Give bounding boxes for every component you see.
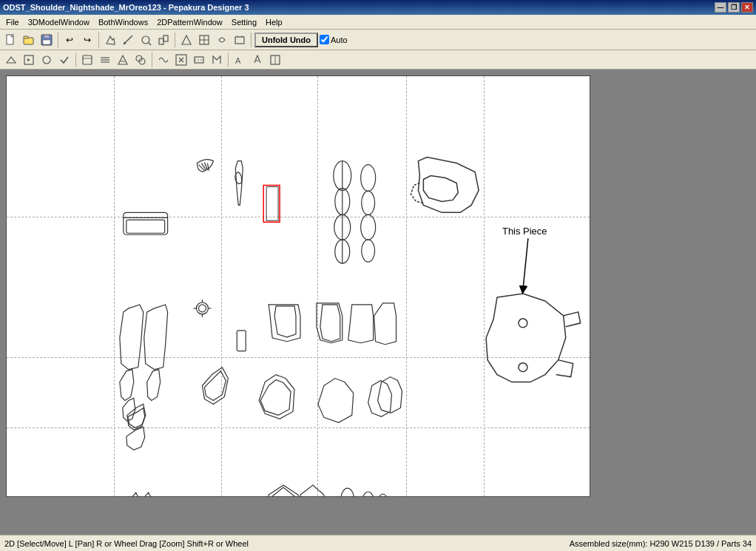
t2-btn4[interactable] [56,52,72,68]
separator4 [251,33,252,47]
menu-file[interactable]: File [1,16,24,28]
new-button[interactable] [3,32,19,48]
svg-line-10 [149,43,151,45]
auto-checkbox[interactable] [320,35,329,44]
pattern-svg: This Piece [7,76,590,496]
t2-btn1[interactable] [3,52,19,68]
svg-point-51 [361,165,376,192]
tool6[interactable] [196,32,212,48]
piece-6 [237,331,246,351]
t2-btn9[interactable] [155,52,172,68]
menu-bothwindows[interactable]: BothWindows [94,16,152,28]
svg-point-65 [341,488,354,496]
auto-label: Auto [331,36,348,44]
save-button[interactable] [38,32,55,48]
separator-t2-3 [228,53,229,67]
t2-btn2[interactable] [21,52,37,68]
svg-text:A: A [235,56,241,65]
separator1 [58,33,58,47]
status-left: 2D [Select/Move] L [Pan] R or Wheel Drag… [4,539,249,548]
piece-9 [259,375,402,423]
t2-btn11[interactable] [191,52,207,68]
t2-btn6[interactable] [97,52,113,68]
undo-button[interactable]: ↩ [61,32,78,48]
redo-button[interactable]: ↪ [79,32,95,48]
close-button[interactable]: ✕ [741,2,753,13]
svg-rect-45 [263,185,280,222]
toolbar2: A [0,50,756,70]
title-bar: ODST_Shoulder_Nightshade_MrOreo123 - Pep… [0,0,756,15]
tool8[interactable] [232,32,248,48]
status-right: Assembled size(mm): H290 W215 D139 / Par… [570,539,752,548]
status-bar: 2D [Select/Move] L [Pan] R or Wheel Drag… [0,535,756,551]
svg-rect-6 [43,40,50,44]
svg-rect-11 [159,38,163,44]
t2-btn14[interactable] [249,52,266,68]
svg-point-58 [196,302,208,314]
minimize-button[interactable]: — [715,2,726,13]
svg-rect-17 [235,37,244,44]
pattern-sheet: This Piece [6,75,590,497]
piece-main [486,294,581,382]
svg-point-22 [43,56,50,64]
t2-btn15[interactable] [267,52,283,68]
piece-7 [269,303,396,345]
separator-t2-1 [75,53,76,67]
svg-marker-13 [182,36,191,44]
piece-8 [126,368,229,450]
svg-point-55 [519,319,527,328]
menu-bar: File 3DModelWindow BothWindows 2DPattern… [0,15,756,30]
main-area: This Piece [0,70,756,535]
title-bar-controls[interactable]: — ❐ ✕ [715,2,753,13]
tool1[interactable] [102,32,118,48]
unfold-undo-button[interactable]: Unfold Undo [254,33,318,47]
t2-btn8[interactable] [132,52,149,68]
svg-rect-3 [24,36,28,38]
piece-5 [120,300,212,421]
t2-btn12[interactable] [209,52,225,68]
svg-rect-23 [83,55,92,64]
svg-point-56 [519,363,527,372]
separator-t2-2 [152,53,152,67]
tool4[interactable] [155,32,172,48]
auto-checkbox-group[interactable]: Auto [320,35,348,44]
menu-setting[interactable]: Setting [227,16,261,28]
t2-btn13[interactable]: A [232,52,248,68]
svg-rect-64 [237,331,246,351]
title-text: ODST_Shoulder_Nightshade_MrOreo123 - Pep… [3,3,249,12]
piece-4 [411,158,479,213]
open-button[interactable] [21,32,37,48]
piece-2 [235,161,280,223]
tool5[interactable] [178,32,195,48]
t2-btn10[interactable] [173,52,189,68]
svg-marker-28 [118,55,127,64]
svg-rect-12 [163,36,168,41]
t2-btn7[interactable] [115,52,131,68]
tool2[interactable] [120,32,136,48]
t2-btn5[interactable] [79,52,95,68]
separator2 [98,33,99,47]
annotation-text: This Piece [502,226,547,237]
svg-point-59 [198,305,206,312]
svg-line-57 [523,238,528,290]
separator3 [175,33,175,47]
t2-btn3[interactable] [38,52,55,68]
tool7[interactable] [214,32,230,48]
canvas-area[interactable]: This Piece [0,70,756,535]
svg-point-71 [378,494,388,496]
piece-3 [334,161,376,264]
svg-point-68 [362,492,374,496]
piece-1 [124,160,214,235]
svg-rect-38 [124,212,168,234]
svg-point-54 [362,240,375,262]
piece-10 [126,485,388,496]
menu-2dpatternwindow[interactable]: 2DPatternWindow [152,16,227,28]
svg-point-53 [361,214,376,240]
maximize-button[interactable]: ❐ [728,2,740,13]
menu-3dmodelwindow[interactable]: 3DModelWindow [24,16,94,28]
tool3[interactable] [138,32,154,48]
svg-marker-21 [27,58,30,61]
toolbar1: ↩ ↪ Unfold Undo Auto [0,30,756,50]
menu-help[interactable]: Help [261,16,287,28]
svg-point-9 [142,36,149,44]
